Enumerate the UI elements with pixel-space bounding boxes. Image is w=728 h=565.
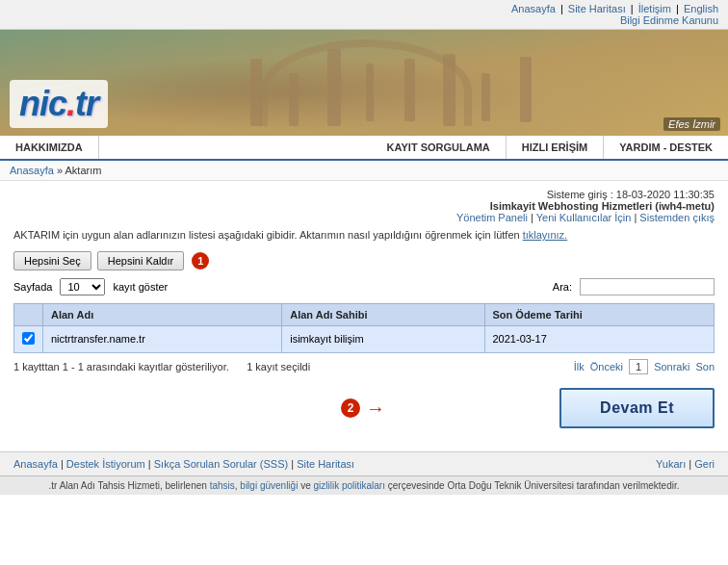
- pagination-first[interactable]: İlk: [574, 361, 585, 372]
- breadcrumb-current: Aktarım: [65, 165, 102, 176]
- showing-text: 1 kaytttan 1 - 1 arasındaki kayıtlar gös…: [13, 361, 229, 372]
- copyright-bilgi-guvenligi-link[interactable]: bilgi güvenliği: [240, 480, 298, 491]
- topnav-anasayfa[interactable]: Anasayfa: [511, 3, 556, 14]
- search-input[interactable]: [580, 278, 715, 295]
- location-label: Efes İzmir: [663, 117, 720, 131]
- selected-text: 1 kayıt seçildi: [247, 361, 310, 372]
- summary-text: 1 kaytttan 1 - 1 arasındaki kayıtlar gös…: [13, 361, 310, 372]
- footer-copyright: .tr Alan Adı Tahsis Hizmeti, belirlenen …: [0, 475, 728, 495]
- domain-table: Alan Adı Alan Adı Sahibi Son Ödeme Tarih…: [13, 303, 715, 353]
- row-owner: isimkayıt bilişim: [282, 325, 484, 352]
- footer-geri[interactable]: Geri: [694, 458, 715, 470]
- table-header-row: Alan Adı Alan Adı Sahibi Son Ödeme Tarih…: [14, 303, 715, 325]
- footer-yukari[interactable]: Yukarı: [656, 458, 686, 470]
- system-info: Sisteme giriş : 18-03-2020 11:30:35 Isim…: [13, 189, 715, 223]
- devam-section: 2 → Devam Et: [13, 388, 715, 428]
- records-label: kayıt göster: [113, 281, 168, 293]
- pagination-last[interactable]: Son: [695, 361, 715, 372]
- page-size-select[interactable]: 10 25 50 100: [60, 278, 105, 295]
- copyright-and: ve: [300, 480, 311, 491]
- main-content: Sisteme giriş : 18-03-2020 11:30:35 Isim…: [0, 181, 728, 436]
- footer-anasayfa[interactable]: Anasayfa: [13, 458, 58, 470]
- breadcrumb: Anasayfa » Aktarım: [0, 161, 728, 181]
- search-label: Ara:: [553, 281, 572, 293]
- nav-kayit-sorgulama[interactable]: KAYIT SORGULAMA: [372, 136, 507, 159]
- col-son-odeme-header: Son Ödeme Tarihi: [484, 303, 715, 325]
- row-date: 2021-03-17: [484, 325, 715, 352]
- breadcrumb-home[interactable]: Anasayfa: [10, 165, 54, 176]
- nav-yardim-destek[interactable]: YARDIM - DESTEK: [604, 136, 728, 159]
- yeni-kullanicilar-link[interactable]: Yeni Kullanıcılar İçin: [536, 212, 632, 223]
- top-navigation: Anasayfa | Site Haritası | İletişim | En…: [0, 0, 728, 30]
- copyright-tahsis-link[interactable]: tahsis: [210, 480, 235, 491]
- ruins-background: [0, 30, 728, 136]
- header-banner: nic.tr Efes İzmir: [0, 30, 728, 136]
- login-label: Sisteme giriş :: [547, 189, 613, 200]
- deselect-all-button[interactable]: Hepsini Kaldır: [97, 251, 184, 270]
- footer-left-links: Anasayfa | Destek İstiyorum | Sıkça Soru…: [13, 458, 354, 470]
- col-alan-adi-header: Alan Adı: [43, 303, 282, 325]
- page-label: Sayfada: [13, 281, 52, 293]
- sistemden-cikis-link[interactable]: Sistemden çıkış: [639, 212, 715, 223]
- footer-site-haritasi[interactable]: Site Haritası: [297, 458, 354, 470]
- nav-hakkimizda[interactable]: HAKKIMIZDA: [0, 136, 99, 159]
- info-link[interactable]: tıklayınız.: [523, 229, 567, 241]
- footer-right-links: Yukarı | Geri: [656, 458, 715, 470]
- col-checkbox-header: [14, 303, 43, 325]
- copyright-text-before: .tr Alan Adı Tahsis Hizmeti, belirlenen: [49, 480, 207, 491]
- copyright-text-after: çerçevesinde Orta Doğu Teknik Üniversite…: [388, 480, 680, 491]
- step-2-badge: 2: [341, 398, 360, 418]
- pagination-next[interactable]: Sonraki: [654, 361, 689, 372]
- select-all-button[interactable]: Hepsini Seç: [13, 251, 91, 270]
- topnav-bilgi-edinme[interactable]: Bilgi Edinme Kanunu: [620, 14, 718, 26]
- table-row: nictrtransfer.name.tr isimkayıt bilişim …: [14, 325, 715, 352]
- row-checkbox[interactable]: [22, 332, 35, 345]
- login-date: 18-03-2020 11:30:35: [616, 189, 715, 200]
- service-name: Isimkayit Webhosting Hizmetleri (iwh4-me…: [490, 200, 715, 212]
- pagination-prev[interactable]: Önceki: [590, 361, 623, 372]
- pagination-current: 1: [629, 359, 648, 374]
- footer-links: Anasayfa | Destek İstiyorum | Sıkça Soru…: [0, 451, 728, 475]
- footer-destek[interactable]: Destek İstiyorum: [66, 458, 145, 470]
- devam-et-button[interactable]: Devam Et: [559, 388, 715, 428]
- yonetim-paneli-link[interactable]: Yönetim Paneli: [456, 212, 528, 223]
- info-text: AKTARIM için uygun alan adlarınızın list…: [13, 227, 715, 244]
- topnav-english[interactable]: English: [684, 3, 718, 14]
- nav-hizli-erisim[interactable]: HIZLI ERİŞİM: [507, 136, 604, 159]
- col-sahip-header: Alan Adı Sahibi: [282, 303, 484, 325]
- footer-sss[interactable]: Sıkça Sorulan Sorular (SSS): [154, 458, 288, 470]
- site-logo[interactable]: nic.tr: [10, 80, 108, 128]
- controls-row: Sayfada 10 25 50 100 kayıt göster Ara:: [13, 278, 715, 295]
- info-text-content: AKTARIM için uygun alan adlarınızın list…: [13, 229, 520, 241]
- step-1-badge: 1: [192, 252, 209, 270]
- row-checkbox-cell[interactable]: [14, 325, 43, 352]
- topnav-iletisim[interactable]: İletişim: [638, 3, 671, 14]
- topnav-site-haritasi[interactable]: Site Haritası: [568, 3, 626, 14]
- arrow-2-icon: →: [366, 397, 385, 419]
- copyright-gizlilik-link[interactable]: gizlilik politikaları: [314, 480, 385, 491]
- main-navigation: HAKKIMIZDA KAYIT SORGULAMA HIZLI ERİŞİM …: [0, 136, 728, 161]
- pagination-controls: İlk Önceki 1 Sonraki Son: [574, 359, 715, 374]
- row-domain: nictrtransfer.name.tr: [43, 325, 282, 352]
- action-buttons-bar: Hepsini Seç Hepsini Kaldır 1: [13, 251, 715, 270]
- pagination-row: 1 kaytttan 1 - 1 arasındaki kayıtlar gös…: [13, 359, 715, 374]
